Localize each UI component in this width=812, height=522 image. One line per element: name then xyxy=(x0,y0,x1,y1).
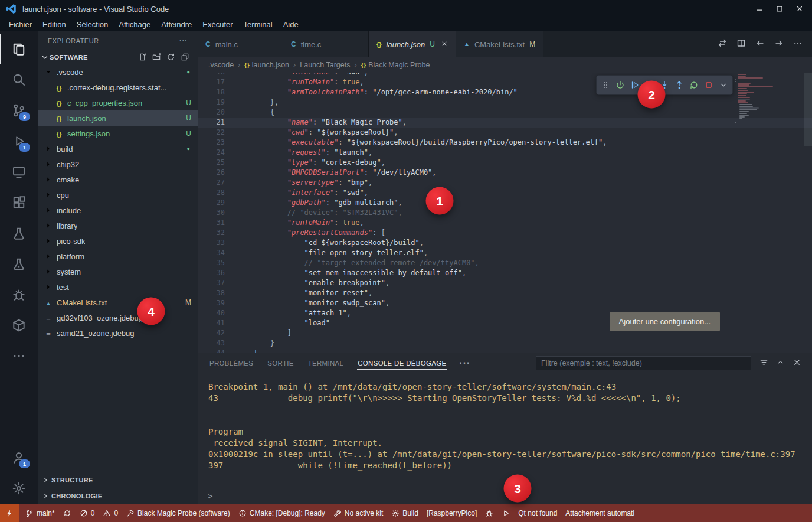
activity-search[interactable] xyxy=(0,64,38,95)
tree-item-chip32[interactable]: chip32 xyxy=(38,156,198,172)
activity-manage[interactable] xyxy=(0,473,38,504)
maximize-button[interactable] xyxy=(775,5,784,13)
menu-atteindre[interactable]: Atteindre xyxy=(156,20,197,29)
minimap[interactable] xyxy=(732,74,803,125)
filter-button[interactable] xyxy=(759,358,768,369)
panel-tab-terminal[interactable]: TERMINAL xyxy=(301,353,351,373)
new-file-button[interactable] xyxy=(138,53,147,63)
status-sync-changes[interactable] xyxy=(59,504,76,522)
activity-extensions[interactable] xyxy=(0,187,38,218)
breadcrumb-item[interactable]: .vscode xyxy=(208,61,234,69)
section-header-software[interactable]: SOFTWARE xyxy=(38,50,198,64)
tab-launch.json[interactable]: {}launch.jsonU xyxy=(369,31,456,57)
status-cmake-status[interactable]: CMake: [Debug]: Ready xyxy=(234,504,329,522)
activity-cmake-tools[interactable] xyxy=(0,310,38,341)
compare-changes-button[interactable] xyxy=(718,38,727,50)
menu-aide[interactable]: Aide xyxy=(278,20,304,29)
debug-console-prompt[interactable]: > xyxy=(208,491,212,501)
status-qt-status[interactable]: Qt not found xyxy=(514,504,561,522)
close-button[interactable] xyxy=(795,5,804,13)
status-errors[interactable]: 0 xyxy=(76,504,99,522)
tab-CMakeLists.txt[interactable]: ▲CMakeLists.txtM xyxy=(456,31,543,57)
drag-handle-button[interactable] xyxy=(601,80,610,90)
editor-scrollbar[interactable] xyxy=(804,73,812,146)
status-cmake-debug[interactable] xyxy=(481,504,497,522)
tree-item-.cortex-debug.registers.stat...[interactable]: {}.cortex-debug.registers.stat... xyxy=(38,80,198,95)
activity-run-and-debug[interactable]: 1 xyxy=(0,126,38,156)
tab-main.c[interactable]: Cmain.c xyxy=(198,31,283,57)
activity-additional-views[interactable] xyxy=(0,341,38,371)
tree-item-gd32vf103_ozone.jdebug[interactable]: ≡gd32vf103_ozone.jdebug xyxy=(38,310,198,325)
navigate-back-button[interactable] xyxy=(755,38,765,50)
menu-edition[interactable]: Edition xyxy=(37,20,71,29)
stop-button[interactable] xyxy=(704,80,713,90)
section-header-chronologie[interactable]: CHRONOLOGIE xyxy=(38,488,198,504)
panel-tab-problèmes[interactable]: PROBLÈMES xyxy=(202,353,260,373)
tree-item-c_cpp_properties.json[interactable]: {}c_cpp_properties.jsonU xyxy=(38,95,198,110)
tree-item-system[interactable]: system xyxy=(38,264,198,279)
code-editor[interactable]: 16 "interface": "swd",17 "runToMain": tr… xyxy=(198,73,812,353)
breadcrumb-item[interactable]: Launch Targets xyxy=(300,61,350,69)
navigate-forward-button[interactable] xyxy=(774,38,784,50)
filter-input[interactable] xyxy=(536,356,751,370)
sidebar-more-icon[interactable]: ··· xyxy=(179,37,188,44)
tree-item-launch.json[interactable]: {}launch.jsonU xyxy=(38,110,198,126)
activity-testing[interactable] xyxy=(0,218,38,249)
tree-item-platform[interactable]: platform xyxy=(38,249,198,264)
activity-test-explorer[interactable] xyxy=(0,249,38,279)
activity-remote-explorer[interactable] xyxy=(0,156,38,187)
editor-actions xyxy=(718,31,812,57)
close-panel-button[interactable] xyxy=(793,358,801,369)
tree-item-library[interactable]: library xyxy=(38,218,198,233)
tab-time.c[interactable]: Ctime.c xyxy=(283,31,369,57)
status-warnings[interactable]: 0 xyxy=(99,504,122,522)
activity-explorer[interactable] xyxy=(0,34,38,64)
panel-tab-sortie[interactable]: SORTIE xyxy=(260,353,300,373)
breadcrumb-item[interactable]: {}launch.json xyxy=(244,61,289,69)
status-cmake-run[interactable] xyxy=(497,504,514,522)
more-actions-button[interactable] xyxy=(793,38,803,50)
activity-debug-extension[interactable] xyxy=(0,279,38,310)
status-remote-indicator[interactable] xyxy=(0,504,19,522)
tree-item-.vscode[interactable]: .vscode● xyxy=(38,64,198,80)
tree-item-settings.json[interactable]: {}settings.jsonU xyxy=(38,126,198,141)
breadcrumb-item[interactable]: {}Black Magic Probe xyxy=(361,61,430,69)
menu-excuter[interactable]: Exécuter xyxy=(197,20,238,29)
refresh-explorer-button[interactable] xyxy=(166,53,175,63)
status-auto-attach[interactable]: Attachement automati xyxy=(561,504,639,522)
tree-item-include[interactable]: include xyxy=(38,203,198,218)
menu-fichier[interactable]: Fichier xyxy=(4,20,37,29)
tree-item-cmake[interactable]: cmake xyxy=(38,172,198,187)
tree-item-build[interactable]: build● xyxy=(38,141,198,156)
minimize-button[interactable] xyxy=(755,5,764,13)
activity-accounts[interactable]: 1 xyxy=(0,442,38,473)
tree-item-pico-sdk[interactable]: pico-sdk xyxy=(38,233,198,249)
close-tab-icon[interactable] xyxy=(441,40,448,49)
menu-slection[interactable]: Sélection xyxy=(71,20,113,29)
activity-source-control[interactable]: 9 xyxy=(0,95,38,126)
add-configuration-button[interactable]: Ajouter une configuration... xyxy=(610,312,720,331)
tree-item-label: .cortex-debug.registers.stat... xyxy=(67,83,166,92)
menu-affichage[interactable]: Affichage xyxy=(113,20,156,29)
status-cmake-target[interactable]: [RaspberryPico] xyxy=(423,504,481,522)
reset-target-button[interactable] xyxy=(615,80,625,90)
status-git-branch[interactable]: main* xyxy=(21,504,59,522)
tree-item-samd21_ozone.jdebug[interactable]: ≡samd21_ozone.jdebug xyxy=(38,325,198,341)
step-out-button[interactable] xyxy=(675,80,684,90)
split-editor-button[interactable] xyxy=(736,38,746,50)
maximize-panel-button[interactable] xyxy=(776,358,785,369)
restart-button[interactable] xyxy=(689,80,699,90)
debug-options-button[interactable] xyxy=(719,80,728,90)
status-cmake-kit[interactable]: No active kit xyxy=(329,504,387,522)
section-header-structure[interactable]: STRUCTURE xyxy=(38,472,198,488)
tree-item-cpu[interactable]: cpu xyxy=(38,187,198,203)
panel-more-icon[interactable]: ··· xyxy=(453,358,476,368)
new-folder-button[interactable] xyxy=(152,53,161,63)
panel-tab-console-de-débogage[interactable]: CONSOLE DE DÉBOGAGE xyxy=(351,353,453,373)
tree-item-test[interactable]: test xyxy=(38,279,198,295)
status-cmake-build[interactable]: Build xyxy=(387,504,423,522)
tree-item-CMakeLists.txt[interactable]: ▲CMakeLists.txtM xyxy=(38,295,198,310)
status-debug-launch-config[interactable]: Black Magic Probe (software) xyxy=(122,504,234,522)
menu-terminal[interactable]: Terminal xyxy=(238,20,278,29)
collapse-folders-button[interactable] xyxy=(181,53,189,63)
